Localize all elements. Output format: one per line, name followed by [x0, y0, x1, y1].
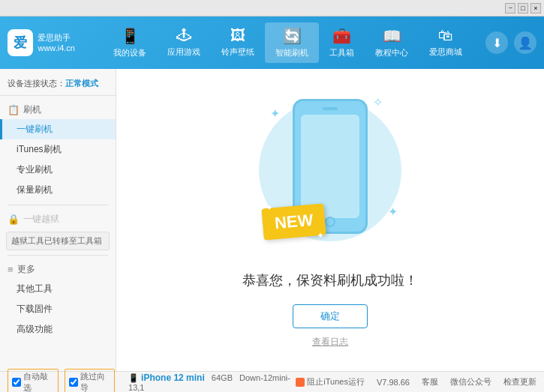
nav-toolbox[interactable]: 🧰 工具箱: [319, 22, 365, 63]
check-update-link[interactable]: 检查更新: [503, 376, 536, 388]
sidebar-divider-1: [8, 205, 108, 205]
nav-toolbox-label: 工具箱: [329, 47, 354, 58]
minimize-button[interactable]: －: [505, 3, 515, 13]
nav-app-games-label: 应用游戏: [167, 46, 200, 58]
app-games-icon: 🕹: [176, 27, 191, 44]
sidebar-group-more: ≡ 更多: [0, 260, 116, 279]
flash-group-icon: 📋: [8, 104, 20, 115]
skip-wizard-checkbox[interactable]: [69, 378, 78, 387]
nav-ringtone-label: 铃声壁纸: [221, 46, 254, 58]
store-icon: 🛍: [438, 27, 453, 44]
sparkle-3: ✦: [388, 205, 398, 219]
more-group-label: 更多: [17, 263, 35, 276]
customer-service-link[interactable]: 客服: [422, 376, 438, 388]
bottom-bar: 自动敲选 跳过向导 📱 iPhone 12 mini 64GB Down-12m…: [0, 371, 544, 392]
phone-screen: [301, 115, 359, 218]
device-storage: 64GB: [212, 373, 233, 382]
jailbreak-notice: 越狱工具已转移至工具箱: [6, 232, 110, 250]
logo: 爱 爱思助手 www.i4.cn: [8, 29, 75, 56]
window-controls[interactable]: － □ ×: [505, 3, 541, 13]
confirm-button[interactable]: 确定: [293, 304, 368, 328]
nav-smart-flash-label: 智能刷机: [275, 47, 308, 58]
sidebar-item-save-flash[interactable]: 保量刷机: [0, 180, 116, 200]
sidebar-item-itunes-flash[interactable]: iTunes刷机: [0, 139, 116, 160]
sidebar-item-advanced[interactable]: 高级功能: [0, 319, 116, 340]
auto-send-label: 自动敲选: [23, 371, 54, 393]
logo-text: 爱思助手 www.i4.cn: [38, 32, 75, 54]
sidebar-item-pro-flash[interactable]: 专业刷机: [0, 160, 116, 180]
nav-store-label: 爱思商城: [429, 46, 462, 58]
logo-line1: 爱思助手: [38, 32, 75, 43]
content-area: NEW ✦ ✧ ✦ 恭喜您，保资料刷机成功啦！ 确定 查看日志: [116, 69, 544, 371]
nav-items: 📱 我的设备 🕹 应用游戏 🖼 铃声壁纸 🔄 智能刷机 🧰 工具箱 📖 教程中心…: [90, 22, 485, 63]
nav-smart-flash[interactable]: 🔄 智能刷机: [265, 22, 319, 63]
title-bar: － □ ×: [0, 0, 544, 16]
user-button[interactable]: 👤: [514, 31, 536, 54]
nav-tutorial-label: 教程中心: [375, 47, 408, 58]
device-status: 设备连接状态：正常模式: [0, 75, 116, 96]
device-phone-icon: 📱: [128, 373, 141, 382]
device-name: iPhone 12 mini: [141, 373, 205, 383]
nav-store[interactable]: 🛍 爱思商城: [419, 22, 473, 63]
sparkle-1: ✦: [270, 106, 280, 121]
download-button[interactable]: ⬇: [485, 31, 508, 54]
secondary-link[interactable]: 查看日志: [312, 336, 348, 349]
nav-tutorial[interactable]: 📖 教程中心: [365, 22, 419, 63]
version-label: V7.98.66: [377, 378, 410, 387]
header: 爱 爱思助手 www.i4.cn 📱 我的设备 🕹 应用游戏 🖼 铃声壁纸 🔄 …: [0, 16, 544, 69]
new-badge: NEW: [261, 203, 326, 240]
tutorial-icon: 📖: [383, 27, 401, 45]
sparkle-2: ✧: [373, 95, 383, 109]
ringtone-icon: 🖼: [230, 27, 245, 44]
sidebar-divider-2: [8, 255, 108, 256]
sidebar-item-other-tools[interactable]: 其他工具: [0, 279, 116, 299]
jailbreak-group-label: 一键越狱: [23, 213, 59, 226]
bottom-left: 自动敲选 跳过向导 📱 iPhone 12 mini 64GB Down-12m…: [8, 369, 296, 393]
close-button[interactable]: ×: [530, 3, 541, 13]
sidebar: 设备连接状态：正常模式 📋 刷机 一键刷机 iTunes刷机 专业刷机 保量刷机…: [0, 69, 116, 371]
more-group-icon: ≡: [8, 264, 14, 275]
nav-my-device[interactable]: 📱 我的设备: [103, 22, 157, 63]
toolbox-icon: 🧰: [332, 27, 351, 45]
sidebar-item-download-firmware[interactable]: 下载固件: [0, 299, 116, 319]
phone-home-btn: [325, 217, 335, 227]
stop-icon: [296, 378, 305, 387]
sidebar-group-jailbreak: 🔒 一键越狱: [0, 210, 116, 229]
logo-char: 爱: [14, 34, 27, 52]
status-value: 正常模式: [65, 79, 98, 88]
wechat-link[interactable]: 微信公众号: [450, 376, 491, 388]
nav-my-device-label: 我的设备: [113, 47, 146, 58]
lock-icon: 🔒: [8, 214, 20, 225]
maximize-button[interactable]: □: [518, 3, 528, 13]
main-layout: 设备连接状态：正常模式 📋 刷机 一键刷机 iTunes刷机 专业刷机 保量刷机…: [0, 69, 544, 371]
auto-send-checkbox-wrapper[interactable]: 自动敲选: [8, 369, 59, 393]
my-device-icon: 📱: [121, 27, 140, 45]
sidebar-group-flash: 📋 刷机: [0, 100, 116, 119]
smart-flash-icon: 🔄: [283, 27, 302, 45]
logo-line2: www.i4.cn: [38, 43, 75, 53]
nav-ringtone[interactable]: 🖼 铃声壁纸: [211, 22, 265, 63]
flash-group-label: 刷机: [23, 103, 41, 116]
success-visual: NEW ✦ ✧ ✦: [255, 91, 405, 256]
success-title: 恭喜您，保资料刷机成功啦！: [242, 271, 418, 289]
bottom-right: 阻止iTunes运行 V7.98.66 客服 微信公众号 检查更新: [296, 376, 536, 388]
nav-right: ⬇ 👤: [485, 31, 536, 54]
skip-wizard-checkbox-wrapper[interactable]: 跳过向导: [65, 369, 116, 393]
skip-wizard-label: 跳过向导: [80, 371, 111, 393]
nav-app-games[interactable]: 🕹 应用游戏: [157, 22, 211, 63]
status-label: 设备连接状态：: [8, 79, 65, 88]
sidebar-item-one-click-flash[interactable]: 一键刷机: [0, 119, 116, 139]
device-info: 📱 iPhone 12 mini 64GB Down-12mini-13,1: [128, 373, 296, 392]
stop-itunes-label: 阻止iTunes运行: [307, 376, 365, 388]
phone-speaker: [323, 107, 338, 110]
stop-itunes[interactable]: 阻止iTunes运行: [296, 376, 365, 388]
logo-icon: 爱: [8, 29, 33, 56]
auto-send-checkbox[interactable]: [12, 378, 21, 387]
